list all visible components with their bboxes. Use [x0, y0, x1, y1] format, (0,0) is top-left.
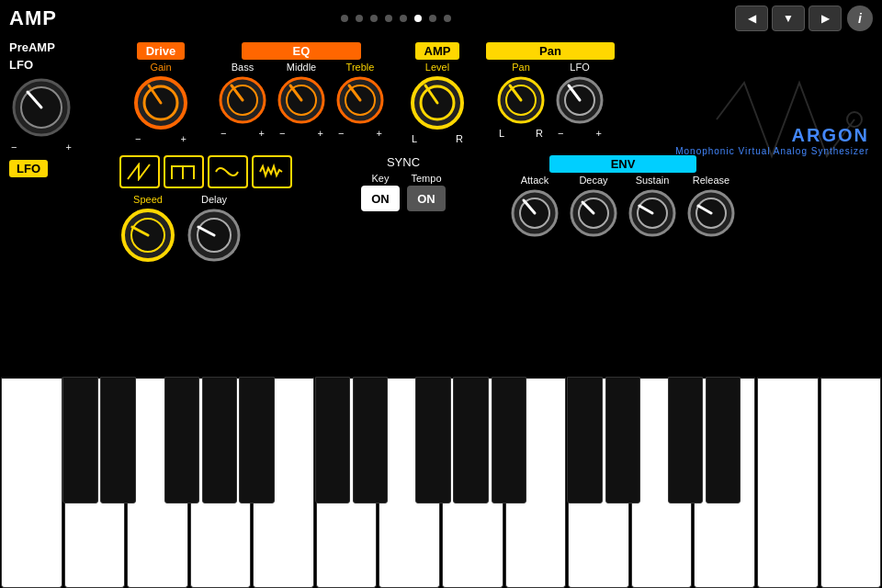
keyboard — [0, 377, 882, 588]
page-dot-6[interactable] — [429, 15, 436, 22]
decay-knob-container: Decay — [568, 175, 619, 239]
black-key-13[interactable] — [706, 377, 741, 503]
middle-knob[interactable] — [276, 74, 327, 126]
pan-plusminus: L R — [497, 128, 545, 139]
page-dot-3[interactable] — [385, 15, 392, 22]
nav-prev-button[interactable]: ◀ — [735, 6, 768, 31]
eq-header: EQ — [242, 42, 361, 60]
speed-knob-container: Speed — [119, 194, 176, 264]
speed-label: Speed — [133, 194, 163, 205]
gain-knob[interactable] — [132, 74, 189, 131]
pan-lfo-knob[interactable] — [554, 74, 605, 126]
env-header: ENV — [549, 155, 696, 173]
bass-knob[interactable] — [217, 74, 268, 126]
eq-group: EQ Bass − + — [209, 42, 393, 139]
attack-knob[interactable] — [509, 187, 560, 239]
black-key-10[interactable] — [567, 377, 602, 503]
treble-knob[interactable] — [334, 74, 386, 126]
black-key-9[interactable] — [492, 377, 526, 503]
level-plusminus: L R — [410, 133, 465, 144]
pan-group: Pan Pan L R — [481, 42, 619, 139]
header: AMP ◀ ▼ ▶ i — [0, 0, 882, 37]
pan-knob-container: Pan L R — [495, 62, 547, 139]
middle-plusminus: − + — [277, 128, 325, 139]
nav-down-button[interactable]: ▼ — [772, 6, 805, 31]
key-sync-sub: Key ON — [361, 173, 400, 211]
level-label: Level — [425, 62, 449, 73]
sustain-label: Sustain — [636, 175, 670, 186]
white-key-12[interactable] — [757, 377, 819, 588]
sync-label: SYNC — [387, 155, 420, 169]
info-button[interactable]: i — [847, 6, 873, 31]
shape-square-button[interactable] — [164, 155, 204, 188]
sawtooth-icon — [126, 163, 153, 181]
shape-noise-button[interactable] — [252, 155, 292, 188]
synth-subtitle: Monophonic Virtual Analog Synthesizer — [675, 146, 869, 156]
synth-area: PreAMP LFO − + LFO Drive Gain — [0, 37, 882, 377]
middle-knob-container: Middle − + — [276, 62, 327, 139]
pan-knob[interactable] — [495, 74, 547, 126]
amp-header: AMP — [415, 42, 460, 60]
shape-sine-button[interactable] — [208, 155, 248, 188]
key-label: Key — [372, 173, 390, 184]
preamp-lfo-knob[interactable] — [9, 75, 74, 140]
branding: ARGON Monophonic Virtual Analog Synthesi… — [675, 125, 869, 156]
page-dot-4[interactable] — [400, 15, 407, 22]
black-key-7[interactable] — [415, 377, 450, 503]
page-dot-5[interactable] — [414, 15, 422, 22]
black-key-8[interactable] — [453, 377, 488, 503]
bass-label: Bass — [232, 62, 254, 73]
white-key-0[interactable] — [1, 377, 62, 588]
black-key-3[interactable] — [202, 377, 237, 503]
dots-container — [57, 15, 735, 22]
amp-group: AMP Level L R — [401, 42, 474, 144]
sync-row: Key ON Tempo ON — [361, 173, 446, 211]
gain-plusminus: − + — [133, 133, 188, 144]
tempo-label: Tempo — [411, 173, 441, 184]
nav-next-button[interactable]: ▶ — [808, 6, 842, 31]
delay-label: Delay — [201, 194, 227, 205]
env-knobs-row: Attack Decay — [509, 175, 737, 239]
black-key-0[interactable] — [62, 377, 97, 503]
tempo-toggle-button[interactable]: ON — [407, 186, 446, 211]
black-key-4[interactable] — [239, 377, 274, 503]
preamp-lfo-knob-container: − + — [9, 75, 74, 153]
black-key-5[interactable] — [315, 377, 350, 503]
pan-knobs-row: Pan L R LFO — [495, 62, 605, 139]
release-label: Release — [693, 175, 729, 186]
nav-buttons: ◀ ▼ ▶ — [735, 6, 842, 31]
release-knob-container: Release — [685, 175, 737, 239]
speed-knob[interactable] — [119, 207, 176, 264]
shape-sawtooth-button[interactable] — [119, 155, 160, 188]
gain-knob-container: Gain − + — [132, 62, 189, 144]
page-dot-0[interactable] — [341, 15, 348, 22]
delay-knob[interactable] — [186, 207, 243, 264]
level-knob-container: Level L R — [409, 62, 466, 144]
level-knob[interactable] — [409, 74, 466, 131]
drive-header: Drive — [137, 42, 186, 60]
black-key-11[interactable] — [605, 377, 640, 503]
black-key-6[interactable] — [353, 377, 388, 503]
lfo-bottom-group: Speed Delay — [119, 155, 340, 264]
speed-delay-row: Speed Delay — [119, 194, 340, 264]
middle-label: Middle — [287, 62, 316, 73]
page-dot-2[interactable] — [370, 15, 378, 22]
black-key-2[interactable] — [164, 377, 199, 503]
page-dot-1[interactable] — [356, 15, 363, 22]
tempo-sync-sub: Tempo ON — [407, 173, 446, 211]
sustain-knob[interactable] — [627, 187, 678, 239]
preamp-lfo-plusminus: − + — [9, 141, 74, 153]
decay-knob[interactable] — [568, 187, 619, 239]
bass-knob-container: Bass − + — [217, 62, 268, 139]
lfo-badge[interactable]: LFO — [9, 160, 48, 177]
release-knob[interactable] — [685, 187, 737, 239]
black-key-1[interactable] — [100, 377, 135, 503]
noise-icon — [258, 163, 286, 181]
white-key-13[interactable] — [820, 377, 882, 588]
key-toggle-button[interactable]: ON — [361, 186, 400, 211]
page-dot-7[interactable] — [444, 15, 451, 22]
pan-header: Pan — [486, 42, 615, 60]
env-group: ENV Attack Decay — [467, 155, 779, 239]
argon-title: ARGON — [675, 125, 869, 146]
black-key-12[interactable] — [668, 377, 703, 503]
